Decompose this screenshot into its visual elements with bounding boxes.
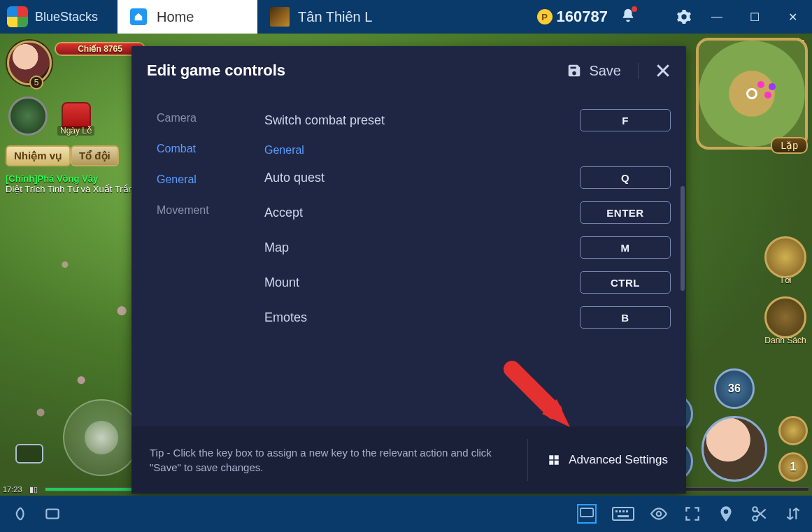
svg-point-10 — [657, 512, 662, 517]
right-action-2[interactable]: Danh Sách — [764, 296, 806, 345]
event-gift[interactable]: Ngày Lễ — [57, 102, 94, 136]
tab-home[interactable]: Home — [117, 0, 257, 34]
coin-value: 160787 — [557, 8, 608, 26]
key-input-switch-combat[interactable]: F — [580, 109, 671, 131]
scissors-icon[interactable] — [750, 505, 769, 523]
svg-rect-6 — [619, 510, 621, 512]
svg-point-11 — [753, 507, 757, 512]
quest-sub: Diệt Trích Tinh Tử và Xuất Trần Tử — [6, 184, 147, 194]
tab-game[interactable]: Tân Thiên L — [257, 0, 390, 34]
key-input-auto-quest[interactable]: Q — [580, 166, 671, 189]
tab-home-label: Home — [157, 9, 194, 25]
footer-tip: Tip - Click the key box to assign a new … — [150, 445, 499, 475]
row-emotes: Emotes B — [264, 306, 671, 329]
svg-rect-9 — [618, 515, 629, 517]
svg-rect-4 — [613, 508, 634, 520]
home-icon — [130, 8, 147, 25]
skill-slot-2[interactable]: 36 — [714, 368, 755, 409]
right-action-1[interactable]: Tới — [764, 236, 806, 285]
svg-rect-5 — [615, 510, 618, 512]
gift-icon — [62, 102, 91, 129]
row-map: Map M — [264, 236, 671, 259]
advanced-settings-button[interactable]: Advanced Settings — [527, 439, 668, 481]
battery-icon: ▮▯ — [29, 485, 38, 494]
hud-tab-team[interactable]: Tổ đội — [71, 145, 119, 166]
pet-avatar[interactable] — [8, 96, 48, 136]
modal-close-button[interactable] — [655, 63, 671, 78]
key-input-accept[interactable]: ENTER — [580, 201, 671, 224]
hud-tab-quest[interactable]: Nhiệm vụ — [6, 145, 71, 166]
nav-combat[interactable]: Combat — [157, 143, 196, 155]
keyboard-icon[interactable] — [612, 505, 634, 523]
controls-list: Switch combat preset F General Auto ques… — [264, 95, 686, 426]
quest-title: [Chính]Phá Vòng Vây — [6, 173, 147, 184]
row-mount: Mount CTRL — [264, 271, 671, 294]
aux-skill-bottom[interactable]: 1 — [778, 452, 808, 482]
recents-icon[interactable] — [43, 505, 62, 523]
minimap[interactable] — [696, 38, 808, 150]
section-general: General — [264, 144, 671, 157]
row-auto-quest: Auto quest Q — [264, 166, 671, 189]
eye-icon[interactable] — [650, 505, 668, 523]
more-icon[interactable] — [784, 505, 802, 523]
virtual-joystick[interactable] — [63, 399, 140, 476]
save-button[interactable]: Save — [567, 63, 639, 79]
bottom-taskbar — [0, 496, 812, 532]
edit-controls-modal: Edit game controls Save Camera Combat Ge… — [131, 46, 686, 494]
svg-line-14 — [757, 510, 765, 517]
maximize-button[interactable]: ☐ — [742, 10, 767, 24]
keymap-toggle[interactable] — [577, 504, 597, 524]
row-accept: Accept ENTER — [264, 201, 671, 224]
controls-category-nav: Camera Combat General Movement — [131, 95, 264, 426]
camera-toggle-icon[interactable] — [15, 444, 43, 463]
advanced-label: Advanced Settings — [569, 453, 668, 467]
nav-general[interactable]: General — [157, 173, 197, 186]
brand-name: BlueStacks — [35, 10, 98, 24]
minimize-button[interactable]: — — [704, 10, 729, 23]
svg-rect-8 — [626, 510, 628, 512]
svg-rect-7 — [622, 510, 625, 512]
advanced-icon — [548, 454, 560, 466]
titlebar: BlueStacks Home Tân Thiên L P 160787 — ☐… — [0, 0, 812, 34]
key-input-mount[interactable]: CTRL — [580, 271, 671, 294]
modal-footer: Tip - Click the key box to assign a new … — [131, 426, 686, 494]
tab-game-label: Tân Thiên L — [298, 9, 372, 25]
nav-camera[interactable]: Camera — [157, 112, 197, 124]
minimap-repeat-button[interactable]: Lặp — [771, 137, 808, 154]
game-time: 17:23 — [3, 485, 22, 494]
location-icon[interactable] — [717, 505, 735, 523]
back-icon[interactable] — [10, 505, 28, 523]
modal-title: Edit game controls — [147, 62, 285, 80]
row-label: Switch combat preset — [264, 113, 385, 128]
aux-skill-top[interactable] — [778, 416, 808, 445]
bluestacks-logo — [7, 6, 28, 27]
player-avatar[interactable] — [7, 41, 52, 85]
scrollbar-thumb[interactable] — [681, 186, 685, 291]
game-app-icon — [270, 7, 290, 27]
svg-line-13 — [757, 511, 765, 519]
svg-rect-1 — [580, 508, 593, 517]
key-input-map[interactable]: M — [580, 236, 671, 259]
gift-label: Ngày Lễ — [57, 126, 94, 136]
main-attack-button[interactable] — [701, 416, 767, 482]
notification-dot — [632, 6, 637, 12]
download-icon[interactable] — [648, 9, 664, 24]
player-level: 5 — [29, 76, 43, 89]
svg-point-12 — [753, 516, 757, 521]
save-icon — [567, 63, 582, 78]
coin-icon: P — [537, 9, 553, 24]
nav-movement[interactable]: Movement — [157, 204, 209, 217]
quest-tracker[interactable]: [Chính]Phá Vòng Vây Diệt Trích Tinh Tử v… — [6, 173, 147, 194]
gear-icon[interactable] — [676, 9, 692, 24]
modal-header: Edit game controls Save — [131, 46, 686, 95]
row-switch-combat-preset: Switch combat preset F — [264, 109, 671, 131]
window-close-button[interactable]: ✕ — [780, 10, 805, 24]
notifications-button[interactable] — [620, 8, 636, 26]
save-label: Save — [589, 63, 621, 79]
coin-balance[interactable]: P 160787 — [537, 8, 608, 26]
svg-rect-0 — [46, 510, 58, 519]
fullscreen-icon[interactable] — [683, 505, 701, 523]
key-input-emotes[interactable]: B — [580, 306, 671, 329]
